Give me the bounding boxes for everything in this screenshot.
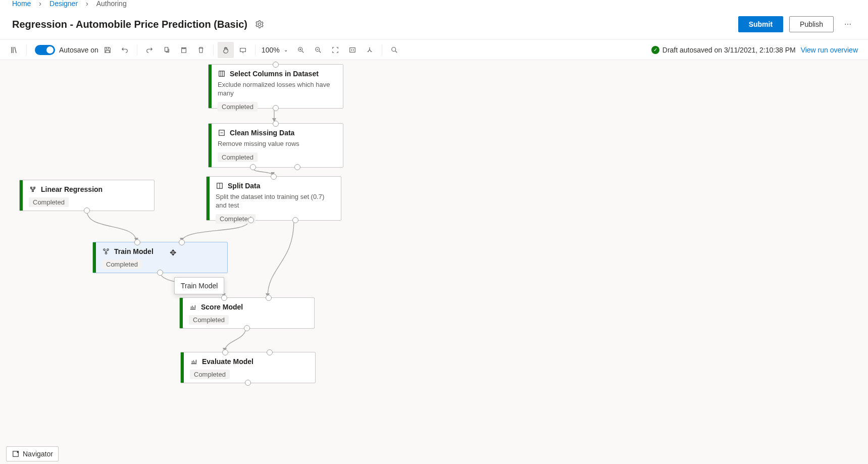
node-status: Completed (102, 260, 142, 269)
output-port[interactable] (248, 217, 254, 223)
toolbar-separator (213, 44, 214, 56)
undo-icon (121, 46, 129, 54)
toolbar-separator (382, 44, 382, 56)
svg-point-16 (105, 252, 107, 254)
zoom-out-button[interactable] (310, 42, 326, 58)
zoom-in-icon (297, 46, 305, 54)
input-port[interactable] (221, 295, 227, 301)
view-run-overview-link[interactable]: View run overview (801, 46, 858, 54)
autosave-label: Autosave on (59, 46, 98, 54)
hand-icon (222, 46, 230, 54)
autosave-status-text: Draft autosaved on 3/11/2021, 2:10:38 PM (662, 46, 796, 54)
node-title: Split Data (228, 182, 261, 190)
input-port[interactable] (266, 295, 272, 301)
input-port[interactable] (271, 174, 277, 180)
copy-icon (163, 46, 171, 54)
autosave-status: ✓ Draft autosaved on 3/11/2021, 2:10:38 … (651, 46, 796, 54)
output-port[interactable] (84, 208, 90, 214)
toolbar: Autosave on 100%⌄ ✓ Draft autosaved on 3… (0, 40, 868, 60)
node-score-model[interactable]: Score Model Completed (179, 297, 315, 329)
actual-size-button[interactable] (344, 42, 361, 58)
more-actions-button[interactable]: ⋯ (840, 16, 856, 32)
navigator-label: Navigator (23, 450, 53, 458)
fit-icon (331, 46, 339, 54)
input-port[interactable] (222, 349, 228, 355)
search-button[interactable] (386, 42, 402, 58)
output-port[interactable] (273, 105, 279, 111)
zoom-level[interactable]: 100%⌄ (260, 46, 292, 54)
node-split-data[interactable]: Split Data Split the dataset into traini… (206, 176, 341, 221)
node-clean-missing-data[interactable]: Clean Missing Data Remove missing value … (208, 123, 343, 168)
chevron-down-icon: ⌄ (282, 46, 290, 54)
node-linear-regression[interactable]: Linear Regression Completed (19, 180, 155, 211)
output-port[interactable] (157, 270, 163, 276)
columns-icon (218, 70, 226, 78)
clean-icon (218, 129, 226, 137)
output-port[interactable] (294, 164, 300, 170)
node-title: Clean Missing Data (230, 129, 294, 137)
input-port[interactable] (134, 239, 140, 245)
evaluate-icon (190, 357, 198, 366)
node-evaluate-model[interactable]: Evaluate Model Completed (180, 352, 316, 383)
navigator-icon (12, 450, 20, 458)
node-title: Evaluate Model (202, 357, 253, 366)
library-icon (10, 46, 18, 54)
selection-icon (239, 46, 247, 54)
breadcrumb-sep: › (39, 0, 41, 8)
autolayout-button[interactable] (362, 42, 378, 58)
undo-button[interactable] (117, 42, 133, 58)
node-status: Completed (218, 152, 258, 162)
autosave-toggle[interactable] (35, 45, 55, 55)
zoom-in-button[interactable] (293, 42, 309, 58)
delete-button[interactable] (193, 42, 209, 58)
output-port[interactable] (292, 217, 298, 223)
node-tooltip: Train Model (174, 277, 224, 294)
node-title: Score Model (201, 303, 243, 311)
output-port[interactable] (245, 380, 251, 386)
node-train-model[interactable]: Train Model Completed (92, 242, 228, 273)
breadcrumb-home[interactable]: Home (12, 0, 31, 8)
node-status: Completed (189, 315, 229, 325)
selection-button[interactable] (235, 42, 251, 58)
input-port[interactable] (273, 62, 279, 68)
save-button[interactable] (99, 42, 116, 58)
library-button[interactable] (6, 42, 22, 58)
publish-button[interactable]: Publish (789, 16, 834, 32)
toolbar-separator (137, 44, 137, 56)
copy-button[interactable] (159, 42, 175, 58)
svg-rect-11 (219, 71, 225, 77)
save-icon (104, 46, 112, 54)
header-bar: Regression - Automobile Price Prediction… (0, 7, 868, 40)
settings-button[interactable] (253, 18, 266, 30)
more-icon: ⋯ (844, 20, 852, 28)
check-icon: ✓ (651, 46, 659, 54)
page-title: Regression - Automobile Price Prediction… (12, 19, 247, 30)
toolbar-separator (255, 44, 256, 56)
node-title: Train Model (114, 247, 154, 255)
breadcrumb-sep: › (86, 0, 88, 8)
breadcrumb: Home › Designer › Authoring (0, 0, 868, 7)
breadcrumb-designer[interactable]: Designer (49, 0, 78, 8)
pan-button[interactable] (218, 42, 234, 58)
actual-size-icon (348, 46, 356, 54)
input-port[interactable] (179, 239, 185, 245)
paste-button[interactable] (176, 42, 192, 58)
svg-rect-2 (349, 47, 355, 52)
redo-icon (145, 46, 154, 54)
fit-screen-button[interactable] (327, 42, 343, 58)
navigator-toggle[interactable]: Navigator (6, 446, 59, 461)
train-icon (102, 247, 110, 255)
input-port[interactable] (267, 349, 273, 355)
breadcrumb-current: Authoring (96, 0, 127, 8)
node-description: Remove missing value rows (218, 140, 337, 148)
toolbar-separator (26, 44, 27, 56)
output-port[interactable] (250, 164, 256, 170)
node-select-columns[interactable]: Select Columns in Dataset Exclude normal… (208, 64, 343, 109)
pipeline-canvas[interactable]: Select Columns in Dataset Exclude normal… (0, 60, 868, 464)
node-description: Split the dataset into training set (0.7… (216, 193, 335, 210)
node-status: Completed (218, 102, 258, 112)
input-port[interactable] (273, 121, 279, 127)
submit-button[interactable]: Submit (738, 16, 783, 32)
output-port[interactable] (244, 325, 250, 331)
redo-button[interactable] (141, 42, 158, 58)
